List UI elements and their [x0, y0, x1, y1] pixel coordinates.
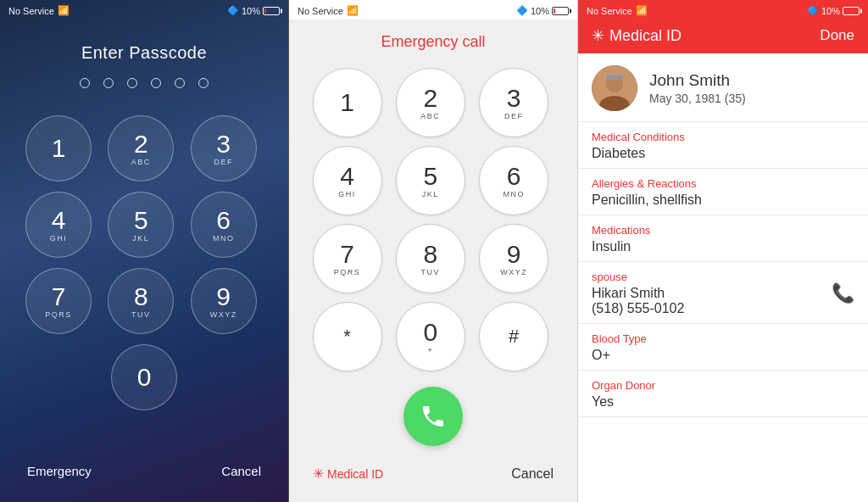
dot-1 — [80, 78, 90, 88]
bluetooth-icon-1: 🔷 — [227, 5, 239, 16]
spouse-phone: (518) 555-0102 — [592, 301, 684, 316]
key-2[interactable]: 2ABC — [108, 115, 174, 181]
medical-star-icon: ✳ — [313, 466, 324, 482]
key-4[interactable]: 4GHI — [25, 192, 92, 258]
carrier-3: No Service — [587, 6, 632, 16]
bluetooth-icon-2: 🔷 — [516, 5, 528, 16]
medical-id-header: ✳ Medical ID Done — [578, 20, 868, 53]
status-bar-3: No Service 📶 🔷 10% — [578, 0, 868, 20]
profile-name: John Smith — [649, 71, 746, 90]
key-1[interactable]: 1 — [25, 115, 92, 181]
organ-donor-value: Yes — [592, 394, 854, 410]
call-spouse-icon[interactable]: 📞 — [832, 282, 854, 304]
medical-id-header-title: ✳ Medical ID — [592, 26, 682, 45]
blood-type-label: Blood Type — [592, 332, 854, 345]
emergency-call-screen: No Service 📶 🔷 10% Emergency call 1 2ABC… — [289, 0, 578, 502]
spouse-section: spouse Hikari Smith (518) 555-0102 📞 — [578, 262, 868, 324]
dot-5 — [175, 78, 185, 88]
medical-id-screen: No Service 📶 🔷 10% ✳ Medical ID Done — [578, 0, 868, 502]
passcode-screen: No Service 📶 🔷 10% Enter Passcode 1 2ABC… — [0, 0, 289, 502]
emergency-cancel-link[interactable]: Cancel — [511, 466, 554, 482]
medical-conditions-label: Medical Conditions — [592, 131, 854, 143]
medical-id-title: Medical ID — [609, 27, 682, 45]
profile-row: John Smith May 30, 1981 (35) — [578, 53, 868, 122]
allergies-label: Allergies & Reactions — [592, 177, 854, 190]
spouse-info: spouse Hikari Smith (518) 555-0102 — [592, 271, 684, 316]
dot-4 — [151, 78, 161, 88]
emergency-dialpad: 1 2ABC 3DEF 4GHI 5JKL 6MNO 7PQRS 8TUV 9W… — [313, 68, 554, 371]
ekey-hash[interactable]: # — [479, 302, 548, 371]
ekey-0[interactable]: 0+ — [396, 302, 465, 371]
passcode-dialpad: 1 2ABC 3DEF 4GHI 5JKL 6MNO 7PQRS 8TUV 9W… — [25, 115, 263, 410]
call-button[interactable] — [403, 387, 463, 446]
blood-type-section: Blood Type O+ — [578, 324, 868, 371]
organ-donor-label: Organ Donor — [592, 379, 854, 392]
ekey-2[interactable]: 2ABC — [396, 68, 465, 137]
battery-icon-3 — [843, 7, 860, 15]
passcode-bottom-bar: Emergency Cancel — [0, 450, 288, 502]
blood-type-value: O+ — [592, 348, 854, 363]
key-8[interactable]: 8TUV — [108, 268, 174, 334]
battery-percent-1: 10% — [242, 6, 260, 16]
spouse-label: spouse — [592, 271, 684, 283]
bluetooth-icon-3: 🔷 — [807, 5, 819, 16]
emergency-bottom-bar: ✳ Medical ID Cancel — [289, 454, 577, 502]
battery-percent-3: 10% — [821, 6, 840, 16]
ekey-7[interactable]: 7PQRS — [313, 224, 382, 293]
status-bar-1: No Service 📶 🔷 10% — [0, 0, 288, 20]
key-9[interactable]: 9WXYZ — [191, 268, 257, 334]
done-button[interactable]: Done — [820, 27, 854, 44]
key-7[interactable]: 7PQRS — [25, 268, 92, 334]
avatar-svg — [592, 65, 637, 111]
key-5[interactable]: 5JKL — [108, 192, 174, 258]
ekey-8[interactable]: 8TUV — [396, 224, 465, 293]
passcode-title: Enter Passcode — [81, 43, 207, 63]
battery-icon-2 — [552, 7, 569, 15]
profile-info: John Smith May 30, 1981 (35) — [649, 71, 746, 105]
key-6[interactable]: 6MNO — [191, 192, 257, 258]
wifi-icon-2: 📶 — [347, 5, 359, 16]
avatar-image — [592, 65, 637, 111]
status-bar-2: No Service 📶 🔷 10% — [289, 0, 577, 20]
carrier-1: No Service — [8, 6, 54, 16]
ekey-9[interactable]: 9WXYZ — [479, 224, 548, 293]
medical-id-link[interactable]: ✳ Medical ID — [313, 466, 383, 482]
medications-label: Medications — [592, 224, 854, 237]
ekey-star[interactable]: * — [313, 302, 382, 371]
key-3[interactable]: 3DEF — [191, 115, 257, 181]
ekey-1[interactable]: 1 — [313, 68, 382, 137]
medical-conditions-section: Medical Conditions Diabetes — [578, 122, 868, 169]
dot-6 — [198, 78, 209, 88]
spouse-name: Hikari Smith — [592, 286, 684, 301]
carrier-2: No Service — [298, 6, 343, 16]
medical-conditions-value: Diabetes — [592, 146, 854, 161]
call-button-row — [403, 387, 463, 446]
wifi-icon-3: 📶 — [636, 5, 648, 16]
organ-donor-section: Organ Donor Yes — [578, 371, 868, 417]
ekey-4[interactable]: 4GHI — [313, 146, 382, 215]
medical-id-label: Medical ID — [327, 467, 383, 481]
emergency-title: Emergency call — [381, 33, 485, 51]
svg-point-4 — [606, 75, 623, 92]
allergies-value: Penicillin, shellfish — [592, 192, 854, 208]
dot-3 — [127, 78, 137, 88]
medications-value: Insulin — [592, 239, 854, 254]
medications-section: Medications Insulin — [578, 215, 868, 262]
header-star-icon: ✳ — [592, 26, 604, 45]
battery-icon-1 — [263, 7, 280, 15]
ekey-3[interactable]: 3DEF — [479, 68, 548, 137]
avatar — [592, 65, 637, 111]
phone-icon — [420, 403, 447, 430]
ekey-5[interactable]: 5JKL — [396, 146, 465, 215]
wifi-icon-1: 📶 — [58, 5, 70, 16]
dot-2 — [103, 78, 114, 88]
allergies-section: Allergies & Reactions Penicillin, shellf… — [578, 169, 868, 215]
passcode-dots — [80, 78, 209, 88]
battery-percent-2: 10% — [531, 6, 549, 16]
emergency-link[interactable]: Emergency — [27, 464, 92, 478]
profile-dob: May 30, 1981 (35) — [649, 92, 746, 105]
cancel-link[interactable]: Cancel — [221, 464, 261, 478]
key-0[interactable]: 0 — [111, 344, 177, 410]
ekey-6[interactable]: 6MNO — [479, 146, 548, 215]
